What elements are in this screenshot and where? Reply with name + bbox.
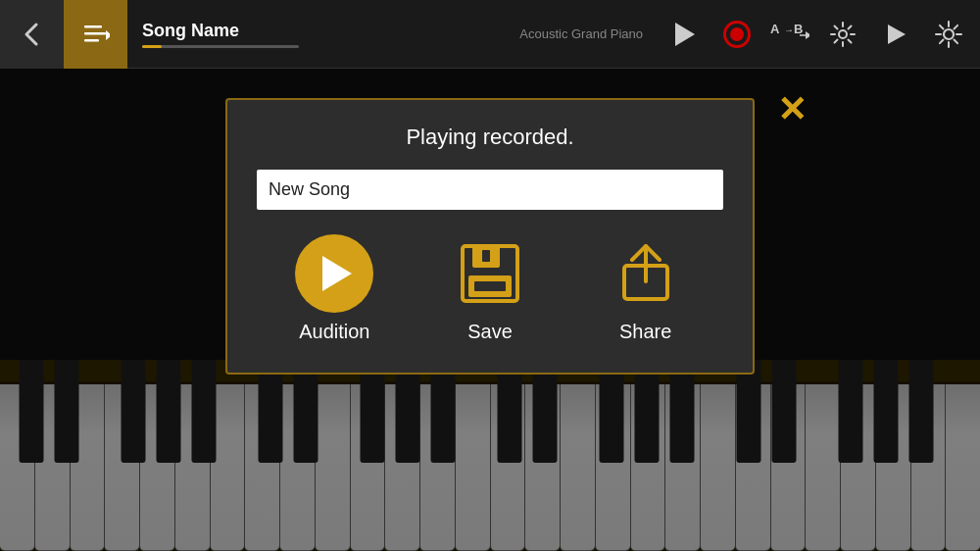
header: Song Name Acoustic Grand Piano A → B: [0, 0, 980, 69]
svg-text:→: →: [784, 25, 794, 35]
save-icon: [451, 234, 529, 313]
record-circle: [723, 21, 751, 48]
song-name-area: Song Name: [127, 21, 519, 48]
settings-button-1[interactable]: [821, 13, 864, 56]
play-triangle-icon: [322, 256, 352, 291]
play-button[interactable]: [662, 13, 706, 56]
audition-icon: [295, 234, 373, 313]
audition-label: Audition: [299, 321, 369, 343]
song-name-input[interactable]: [257, 170, 723, 210]
list-button[interactable]: [64, 0, 127, 69]
audition-button[interactable]: Audition: [295, 234, 373, 343]
close-button[interactable]: ✕: [767, 85, 816, 134]
svg-rect-1: [84, 32, 106, 35]
record-dot: [730, 27, 744, 41]
svg-text:A: A: [770, 22, 780, 36]
play-circle: [295, 234, 373, 313]
dialog: ✕ Playing recorded. Audition: [225, 98, 755, 375]
svg-marker-9: [806, 31, 809, 39]
record-button[interactable]: [715, 13, 759, 56]
header-controls: A → B: [662, 13, 970, 56]
svg-point-12: [944, 29, 954, 39]
share-label: Share: [619, 321, 671, 343]
back-button[interactable]: [0, 0, 64, 69]
svg-point-10: [839, 30, 847, 38]
svg-rect-2: [84, 39, 99, 42]
svg-rect-17: [474, 281, 506, 291]
share-button[interactable]: Share: [607, 234, 685, 343]
dialog-overlay: ✕ Playing recorded. Audition: [0, 69, 980, 551]
svg-rect-0: [84, 25, 102, 28]
ab-button[interactable]: A → B: [768, 13, 811, 56]
progress-fill: [142, 45, 162, 48]
save-label: Save: [467, 321, 513, 343]
save-button[interactable]: Save: [451, 234, 529, 343]
progress-bar: [142, 45, 299, 48]
share-icon: [607, 234, 685, 313]
instrument-label: Acoustic Grand Piano: [519, 26, 643, 41]
svg-text:B: B: [794, 22, 803, 36]
song-name: Song Name: [142, 21, 519, 41]
dialog-title: Playing recorded.: [257, 125, 723, 150]
svg-marker-4: [675, 23, 695, 46]
settings-button-2[interactable]: [927, 13, 970, 56]
svg-rect-16: [482, 250, 490, 262]
svg-marker-11: [888, 25, 906, 44]
play-small-button[interactable]: [874, 13, 917, 56]
svg-marker-3: [106, 30, 110, 40]
dialog-actions: Audition Save: [257, 234, 723, 343]
